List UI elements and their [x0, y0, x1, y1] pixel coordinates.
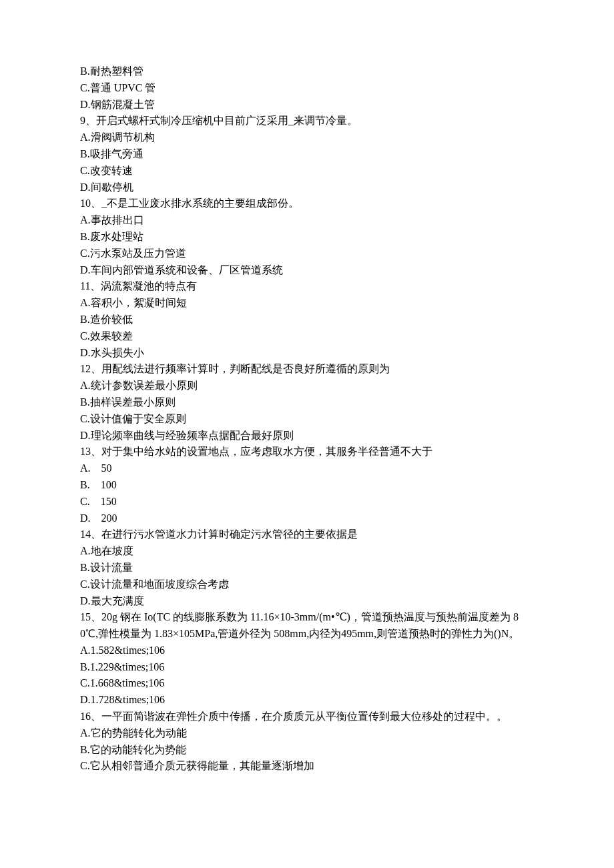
option-text: A.1.582&times;106	[80, 642, 534, 659]
option-text: C. 150	[80, 494, 534, 510]
option-text: A.统计参数误差最小原则	[80, 378, 534, 394]
option-text: B.吸排气旁通	[80, 146, 534, 163]
question-stem: 13、对于集中给水站的设置地点，应考虑取水方便，其服务半径普通不大于	[80, 444, 534, 460]
option-text: C.效果较差	[80, 328, 534, 345]
option-text: C.污水泵站及压力管道	[80, 246, 534, 262]
option-text: A.容积小，絮凝时间短	[80, 295, 534, 312]
option-text: B.设计流量	[80, 560, 534, 576]
question-stem: 9、开启式螺杆式制冷压缩机中目前广泛采用_来调节冷量。	[80, 113, 534, 129]
option-text: D.车间内部管道系统和设备、厂区管道系统	[80, 262, 534, 279]
document-page: B.耐热塑料管 C.普通 UPVC 管 D.钢筋混凝土管 9、开启式螺杆式制冷压…	[0, 0, 614, 868]
question-stem: 14、在进行污水管道水力计算时确定污水管径的主要依据是	[80, 526, 534, 543]
question-stem: 16、一平面简谐波在弹性介质中传播，在介质质元从平衡位置传到最大位移处的过程中。…	[80, 709, 534, 725]
option-text: B. 100	[80, 477, 534, 494]
option-text: B.废水处理站	[80, 229, 534, 246]
option-text: D.水头损失小	[80, 345, 534, 362]
option-text: A. 50	[80, 460, 534, 477]
question-stem: 12、用配线法进行频率计算时，判断配线是否良好所遵循的原则为	[80, 361, 534, 378]
option-text: D.间歇停机	[80, 179, 534, 196]
option-text: C.1.668&times;106	[80, 675, 534, 692]
option-text: B.抽样误差最小原则	[80, 394, 534, 411]
option-text: D.钢筋混凝土管	[80, 97, 534, 113]
option-text: A.它的势能转化为动能	[80, 725, 534, 742]
option-text: B.1.229&times;106	[80, 659, 534, 676]
option-text: C.改变转速	[80, 163, 534, 179]
option-text: C.它从相邻普通介质元获得能量，其能量逐渐增加	[80, 758, 534, 775]
option-text: D. 200	[80, 510, 534, 527]
option-text: C.普通 UPVC 管	[80, 80, 534, 97]
option-text: D.1.728&times;106	[80, 692, 534, 709]
option-text: B.它的动能转化为势能	[80, 742, 534, 759]
option-text: A.滑阀调节机构	[80, 129, 534, 146]
option-text: D.最大充满度	[80, 593, 534, 610]
option-text: B.耐热塑料管	[80, 63, 534, 80]
option-text: D.理论频率曲线与经验频率点据配合最好原则	[80, 428, 534, 444]
option-text: C.设计流量和地面坡度综合考虑	[80, 576, 534, 593]
option-text: A.事故排出口	[80, 212, 534, 229]
option-text: C.设计值偏于安全原则	[80, 411, 534, 428]
option-text: B.造价较低	[80, 312, 534, 328]
question-stem: 11、涡流絮凝池的特点有	[80, 278, 534, 295]
option-text: A.地在坡度	[80, 543, 534, 560]
question-stem: 15、20g 钢在 Io(TC 的线膨胀系数为 11.16×10-3mm/(m•…	[80, 609, 534, 642]
question-stem: 10、_不是工业废水排水系统的主要组成部份。	[80, 195, 534, 212]
